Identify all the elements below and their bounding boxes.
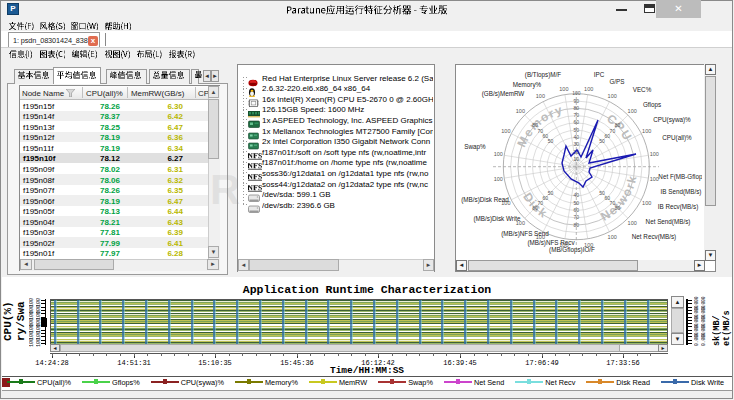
svg-text:80: 80 (532, 122, 538, 128)
svg-text:100: 100 (608, 234, 617, 240)
svg-text:100: 100 (536, 93, 545, 99)
svg-text:100: 100 (628, 220, 637, 226)
svg-text:80: 80 (574, 105, 580, 111)
svg-text:50: 50 (599, 138, 605, 144)
svg-text:100: 100 (559, 86, 568, 92)
svg-text:80: 80 (532, 205, 538, 211)
svg-text:80: 80 (615, 205, 621, 211)
svg-text:(MB/s)Disk Read: (MB/s)Disk Read (461, 196, 509, 204)
svg-text:(MB/Gflops)IO/F: (MB/Gflops)IO/F (549, 246, 595, 254)
svg-text:100: 100 (501, 128, 510, 134)
svg-text:10: 10 (574, 156, 580, 162)
svg-text:60: 60 (543, 195, 549, 201)
svg-text:IB Send(MB/s): IB Send(MB/s) (661, 188, 702, 196)
svg-text:Net F(MB-Gflops): Net F(MB-Gflops) (658, 173, 702, 181)
svg-text:100: 100 (572, 90, 581, 96)
svg-text:60: 60 (543, 133, 549, 139)
svg-text:G/PS: G/PS (609, 78, 624, 85)
svg-text:Gflops: Gflops (643, 101, 661, 109)
svg-text:50: 50 (548, 190, 554, 196)
svg-text:(MB/s)Disk Write: (MB/s)Disk Write (473, 215, 521, 223)
svg-text:80: 80 (574, 222, 580, 228)
svg-text:Net Recv(MB/s): Net Recv(MB/s) (632, 233, 676, 241)
svg-text:100: 100 (642, 200, 651, 206)
svg-text:Memory%: Memory% (513, 81, 542, 89)
svg-text:100: 100 (516, 108, 525, 114)
svg-text:(MB/s)NFS Send: (MB/s)NFS Send (501, 230, 549, 238)
svg-text:90: 90 (574, 98, 580, 104)
svg-text:IPC: IPC (594, 71, 605, 78)
svg-text:100: 100 (494, 151, 503, 157)
svg-text:50: 50 (574, 200, 580, 206)
svg-text:60: 60 (574, 119, 580, 125)
svg-text:100: 100 (584, 86, 593, 92)
svg-text:80: 80 (615, 122, 621, 128)
svg-text:100: 100 (608, 93, 617, 99)
svg-text:70: 70 (610, 128, 616, 134)
svg-text:40: 40 (574, 134, 580, 140)
svg-text:100: 100 (642, 128, 651, 134)
svg-text:IB Recv(MB/s): IB Recv(MB/s) (658, 203, 699, 211)
svg-text:60: 60 (574, 207, 580, 213)
svg-text:30: 30 (574, 141, 580, 147)
svg-text:(GB/s)MemRW: (GB/s)MemRW (482, 90, 525, 98)
svg-text:100: 100 (628, 108, 637, 114)
svg-text:50: 50 (574, 127, 580, 133)
svg-text:(MB/s)NFS Recv: (MB/s)NFS Recv (527, 239, 575, 247)
svg-text:70: 70 (537, 128, 543, 134)
svg-text:70: 70 (537, 200, 543, 206)
svg-text:Swap%: Swap% (464, 143, 486, 151)
svg-text:70: 70 (574, 214, 580, 220)
svg-text:CPU(all)%: CPU(all)% (662, 134, 692, 142)
svg-text:50: 50 (548, 138, 554, 144)
svg-text:Net Send(MB/s): Net Send(MB/s) (646, 218, 691, 226)
svg-text:VEC%: VEC% (633, 86, 652, 93)
svg-text:70: 70 (574, 112, 580, 118)
svg-text:100: 100 (650, 151, 659, 157)
svg-text:100: 100 (494, 176, 503, 182)
svg-text:CPU(sywa)%: CPU(sywa)% (653, 116, 691, 124)
svg-text:40: 40 (574, 192, 580, 198)
svg-text:(B/Tlops)M/F: (B/Tlops)M/F (525, 71, 562, 79)
